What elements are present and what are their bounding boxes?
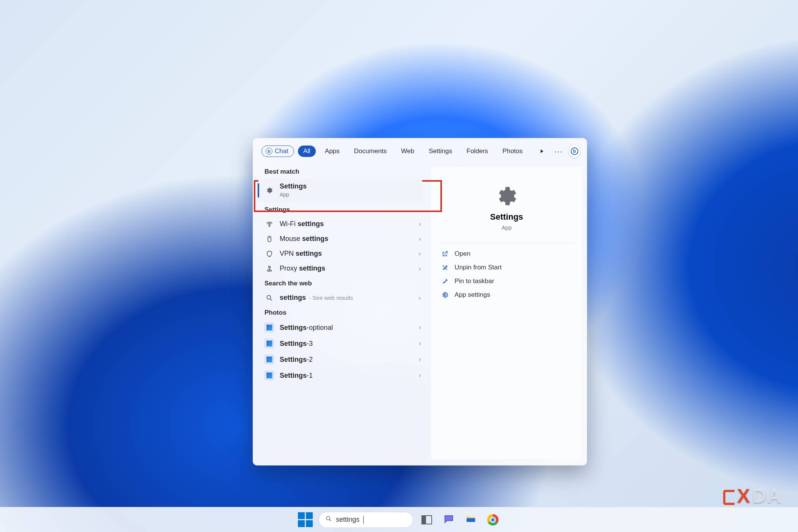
chevron-right-icon: › <box>419 221 423 228</box>
result-wifi-settings[interactable]: Wi-Fi settings › <box>253 217 431 231</box>
svg-line-14 <box>329 519 331 521</box>
action-pin-taskbar[interactable]: Pin to taskbar <box>438 274 575 288</box>
chevron-right-icon: › <box>419 250 423 257</box>
filter-apps[interactable]: Apps <box>320 146 345 157</box>
chevron-right-icon: › <box>419 324 423 331</box>
task-view-icon <box>421 515 432 524</box>
result-photo-0[interactable]: Settings-optional › <box>253 320 431 336</box>
result-mouse-settings[interactable]: Mouse settings › <box>253 231 431 246</box>
chevron-right-icon: › <box>419 294 423 301</box>
taskbar-chat[interactable] <box>440 511 457 528</box>
svg-point-1 <box>269 225 270 226</box>
svg-point-12 <box>444 294 446 296</box>
filter-documents[interactable]: Documents <box>349 146 392 157</box>
unpin-icon <box>441 264 449 271</box>
text-cursor <box>363 516 364 524</box>
section-search-web: Search the web <box>253 276 431 290</box>
svg-point-4 <box>269 266 271 268</box>
filter-photos[interactable]: Photos <box>497 146 528 157</box>
bing-icon: b <box>266 148 272 155</box>
taskbar-chrome[interactable] <box>484 511 501 528</box>
folder-icon <box>465 513 477 526</box>
result-best-match-settings[interactable]: Settings App <box>258 179 422 202</box>
taskbar-search-text: settings <box>336 516 359 524</box>
details-subtitle: App <box>502 224 512 231</box>
result-photo-2[interactable]: Settings-2 › <box>253 352 431 367</box>
filter-all[interactable]: All <box>298 146 316 157</box>
filter-chat[interactable]: b Chat <box>261 146 294 157</box>
search-icon <box>325 515 332 524</box>
result-subtitle: App <box>280 192 289 198</box>
chrome-icon <box>487 514 499 526</box>
search-flyout: b Chat All Apps Documents Web Settings F… <box>253 138 587 466</box>
search-filter-row: b Chat All Apps Documents Web Settings F… <box>253 138 587 162</box>
gear-icon <box>441 291 449 298</box>
section-photos: Photos <box>253 305 431 320</box>
gear-icon <box>264 187 274 194</box>
section-best-match: Best match <box>253 164 431 179</box>
play-icon[interactable] <box>535 144 548 159</box>
chevron-right-icon: › <box>419 340 423 347</box>
taskbar-explorer[interactable] <box>462 511 479 528</box>
bing-badge-icon[interactable]: b <box>569 145 580 158</box>
proxy-icon <box>264 265 274 272</box>
result-photo-1[interactable]: Settings-3 › <box>253 336 431 352</box>
photo-thumb-icon <box>264 323 274 332</box>
mouse-icon <box>264 235 274 243</box>
svg-point-13 <box>326 516 330 520</box>
taskbar: settings <box>0 507 798 532</box>
details-pane: Settings App Open Unpin from Start <box>431 166 582 460</box>
result-title: Settings <box>280 182 307 190</box>
svg-line-7 <box>270 299 272 301</box>
photo-thumb-icon <box>264 371 274 380</box>
wifi-icon <box>264 220 274 228</box>
section-settings: Settings <box>253 202 431 217</box>
svg-point-6 <box>267 295 271 299</box>
start-button[interactable] <box>297 511 314 528</box>
task-view-button[interactable] <box>418 511 435 528</box>
pin-icon <box>441 278 449 285</box>
filter-web[interactable]: Web <box>396 146 420 157</box>
action-unpin-start[interactable]: Unpin from Start <box>438 261 575 274</box>
action-open[interactable]: Open <box>438 247 575 261</box>
filter-folders[interactable]: Folders <box>461 146 494 157</box>
chevron-right-icon: › <box>419 265 423 272</box>
chevron-right-icon: › <box>419 356 423 363</box>
result-photo-3[interactable]: Settings-1 › <box>253 367 431 383</box>
chevron-right-icon: › <box>419 372 423 379</box>
svg-rect-5 <box>268 270 271 271</box>
gear-icon <box>494 184 519 210</box>
open-icon <box>441 250 449 257</box>
result-search-web[interactable]: settings - See web results › <box>253 290 431 305</box>
results-pane: Best match Settings App Settings Wi-Fi s… <box>253 162 431 465</box>
action-app-settings[interactable]: App settings <box>438 288 575 302</box>
result-proxy-settings[interactable]: Proxy settings › <box>253 261 431 276</box>
chevron-right-icon: › <box>419 236 423 242</box>
watermark-logo: XXDADA <box>723 484 782 507</box>
search-icon <box>264 294 274 302</box>
details-title: Settings <box>490 212 523 222</box>
filter-settings[interactable]: Settings <box>423 146 457 157</box>
photo-thumb-icon <box>264 355 274 364</box>
photo-thumb-icon <box>264 339 274 348</box>
shield-icon <box>264 250 274 258</box>
windows-logo-icon <box>298 512 313 527</box>
chat-icon <box>443 513 454 526</box>
divider <box>438 243 575 243</box>
more-icon[interactable]: ··· <box>552 144 565 159</box>
taskbar-search[interactable]: settings <box>319 512 413 528</box>
result-vpn-settings[interactable]: VPN settings › <box>253 246 431 261</box>
